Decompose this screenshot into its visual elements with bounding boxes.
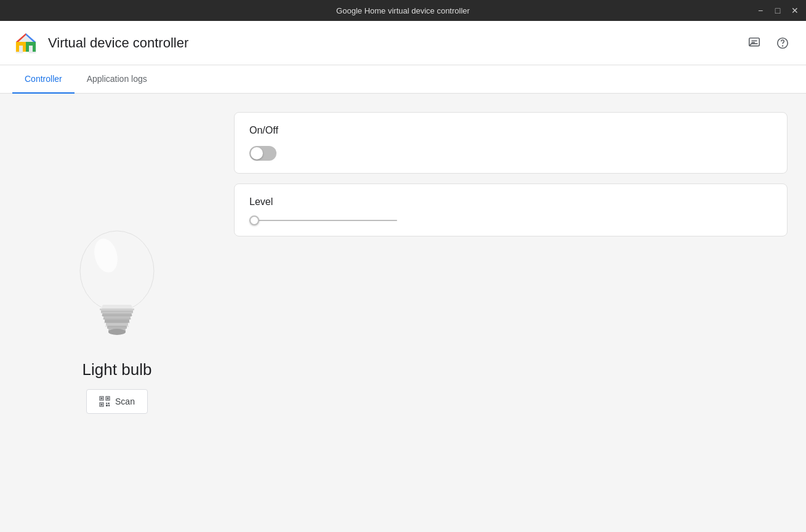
feedback-icon (748, 36, 761, 50)
on-off-card: On/Off (234, 112, 788, 174)
title-bar-controls: − □ ✕ (754, 4, 801, 17)
app-title: Virtual device controller (48, 35, 743, 51)
svg-rect-13 (105, 320, 129, 323)
feedback-button[interactable] (743, 32, 765, 54)
scan-button[interactable]: Scan (86, 389, 148, 414)
svg-rect-14 (106, 323, 128, 326)
svg-rect-31 (108, 403, 110, 404)
device-image (55, 212, 179, 348)
toggle-container (249, 146, 772, 161)
on-off-toggle[interactable] (249, 146, 276, 161)
svg-rect-25 (101, 397, 103, 399)
svg-rect-32 (106, 405, 108, 406)
tab-application-logs[interactable]: Application logs (75, 65, 159, 94)
svg-rect-29 (101, 403, 103, 405)
bulb-illustration (68, 219, 166, 342)
toggle-thumb (251, 147, 263, 159)
tab-controller[interactable]: Controller (12, 65, 75, 94)
help-button[interactable] (772, 32, 794, 54)
level-label: Level (249, 196, 772, 208)
svg-point-17 (108, 329, 126, 335)
on-off-label: On/Off (249, 125, 772, 136)
main-content: Light bulb Scan On/Off (0, 94, 806, 532)
svg-rect-18 (100, 308, 134, 310)
svg-rect-11 (102, 313, 132, 316)
window-title: Google Home virtual device controller (336, 6, 470, 15)
controls-panel: On/Off Level (234, 112, 788, 514)
app-header: Virtual device controller (0, 21, 806, 65)
svg-point-7 (80, 231, 154, 311)
level-card: Level (234, 183, 788, 236)
svg-rect-27 (107, 397, 109, 399)
level-slider[interactable] (249, 220, 397, 221)
device-panel: Light bulb Scan (18, 112, 216, 514)
svg-point-6 (783, 46, 783, 46)
help-icon (776, 36, 789, 50)
minimize-button[interactable]: − (754, 4, 767, 17)
close-button[interactable]: ✕ (789, 4, 801, 17)
svg-rect-33 (108, 405, 110, 406)
maximize-button[interactable]: □ (772, 4, 784, 17)
tabs-bar: Controller Application logs (0, 65, 806, 94)
scan-button-label: Scan (115, 397, 135, 406)
app-logo (12, 30, 39, 57)
title-bar: Google Home virtual device controller − … (0, 0, 806, 21)
device-name: Light bulb (83, 360, 152, 379)
svg-rect-30 (106, 403, 107, 404)
header-icons (743, 32, 794, 54)
qr-icon (99, 396, 110, 407)
slider-container (249, 217, 772, 224)
